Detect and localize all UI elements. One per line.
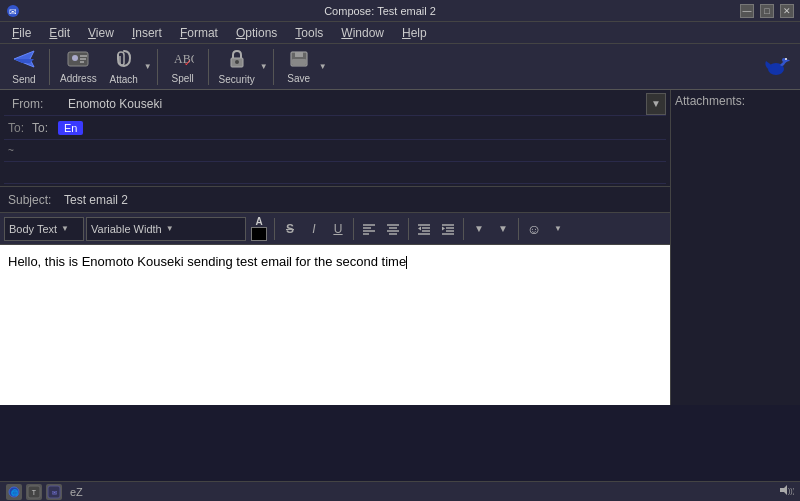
from-input[interactable] (64, 95, 646, 113)
toolbar: Send Address Attach ▼ (0, 44, 800, 90)
menu-view[interactable]: View (80, 24, 122, 42)
underline-button[interactable]: U (327, 218, 349, 240)
format-sep-2 (353, 218, 354, 240)
save-group: Save ▼ (279, 47, 327, 87)
cc-label: ~ (4, 145, 50, 156)
status-icon-3: ✉ (46, 484, 62, 500)
format-sep-4 (463, 218, 464, 240)
body-style-value: Body Text (9, 223, 57, 235)
more-arrow-1: ▼ (474, 223, 484, 234)
from-dropdown[interactable]: ▼ (646, 93, 666, 115)
align-center-button[interactable] (382, 218, 404, 240)
subject-label: Subject: (0, 193, 60, 207)
svg-text:🌐: 🌐 (11, 489, 19, 497)
attach-icon (114, 49, 134, 72)
spell-label: Spell (171, 73, 193, 84)
attachments-panel: Attachments: (670, 90, 800, 405)
menu-options[interactable]: Options (228, 24, 285, 42)
to-input[interactable] (83, 119, 666, 137)
from-row: From: ▼ (4, 92, 666, 116)
attach-dropdown[interactable]: ▼ (144, 62, 152, 71)
body-style-select[interactable]: Body Text ▼ (4, 217, 84, 241)
security-icon (226, 49, 248, 72)
italic-button[interactable]: I (303, 218, 325, 240)
email-body: Hello, this is Enomoto Kouseki sending t… (8, 254, 406, 269)
title-bar: ✉ Compose: Test email 2 — □ ✕ (0, 0, 800, 22)
email-area: From: ▼ To: To: En ~ Su (0, 90, 670, 405)
status-text: eZ (70, 486, 83, 498)
save-button[interactable]: Save (279, 47, 319, 87)
format-sep-5 (518, 218, 519, 240)
outdent-icon (417, 223, 431, 235)
underline-icon: U (334, 222, 343, 236)
security-dropdown[interactable]: ▼ (260, 62, 268, 71)
svg-text:T: T (32, 489, 37, 496)
window-controls: — □ ✕ (740, 4, 794, 18)
svg-marker-36 (442, 226, 445, 230)
spell-button[interactable]: ABC ✓ Spell (163, 47, 203, 87)
header-area: From: ▼ To: To: En ~ (0, 90, 670, 187)
attach-button[interactable]: Attach (104, 47, 144, 87)
address-button[interactable]: Address (55, 47, 102, 87)
from-label: From: (4, 97, 64, 111)
save-dropdown[interactable]: ▼ (319, 62, 327, 71)
menu-insert[interactable]: Insert (124, 24, 170, 42)
indent-icon (441, 223, 455, 235)
svg-rect-15 (292, 59, 306, 65)
status-icon-2: T (26, 484, 42, 500)
minimize-button[interactable]: — (740, 4, 754, 18)
text-color-button[interactable]: A (248, 218, 270, 240)
app-icon: ✉ (6, 4, 20, 18)
smiley-button[interactable]: ☺ (523, 218, 545, 240)
more-arrow-2: ▼ (498, 223, 508, 234)
save-icon (289, 50, 309, 71)
security-button[interactable]: Security (214, 47, 260, 87)
maximize-button[interactable]: □ (760, 4, 774, 18)
bcc-row (4, 162, 666, 184)
smiley-dropdown[interactable]: ▼ (547, 218, 569, 240)
menu-file[interactable]: File (4, 24, 39, 42)
toolbar-sep-3 (208, 49, 209, 85)
compose-text: Hello, this is Enomoto Kouseki sending t… (8, 253, 662, 271)
address-icon (67, 50, 89, 71)
security-label: Security (219, 74, 255, 85)
outdent-button[interactable] (413, 218, 435, 240)
cc-input[interactable] (50, 142, 666, 160)
more-button-2[interactable]: ▼ (492, 218, 514, 240)
svg-text:✓: ✓ (184, 58, 192, 68)
menu-help[interactable]: Help (394, 24, 435, 42)
body-style-arrow: ▼ (61, 224, 69, 233)
toolbar-sep-2 (157, 49, 158, 85)
align-center-icon (386, 223, 400, 235)
format-sep-3 (408, 218, 409, 240)
svg-marker-31 (418, 226, 421, 230)
bold-button[interactable]: S (279, 218, 301, 240)
font-arrow: ▼ (166, 224, 174, 233)
align-left-icon (362, 223, 376, 235)
send-button[interactable]: Send (4, 47, 44, 87)
menu-tools[interactable]: Tools (287, 24, 331, 42)
smiley-dropdown-arrow: ▼ (554, 224, 562, 233)
font-select[interactable]: Variable Width ▼ (86, 217, 246, 241)
more-button-1[interactable]: ▼ (468, 218, 490, 240)
main-area: From: ▼ To: To: En ~ Su (0, 90, 800, 405)
subject-input[interactable] (60, 191, 670, 209)
status-icon-1: 🌐 (6, 484, 22, 500)
window-title: Compose: Test email 2 (20, 5, 740, 17)
svg-point-18 (785, 58, 787, 60)
compose-area[interactable]: Hello, this is Enomoto Kouseki sending t… (0, 245, 670, 405)
menu-edit[interactable]: Edit (41, 24, 78, 42)
attach-label: Attach (110, 74, 138, 85)
menu-window[interactable]: Window (333, 24, 392, 42)
attachments-label: Attachments: (675, 94, 796, 108)
align-left-button[interactable] (358, 218, 380, 240)
format-toolbar: Body Text ▼ Variable Width ▼ A S (0, 213, 670, 245)
indent-button[interactable] (437, 218, 459, 240)
cc-row: ~ (4, 140, 666, 162)
bcc-input[interactable] (50, 164, 666, 182)
to-tag[interactable]: En (58, 121, 83, 135)
save-label: Save (287, 73, 310, 84)
menu-format[interactable]: Format (172, 24, 226, 42)
text-cursor (406, 256, 407, 269)
close-button[interactable]: ✕ (780, 4, 794, 18)
